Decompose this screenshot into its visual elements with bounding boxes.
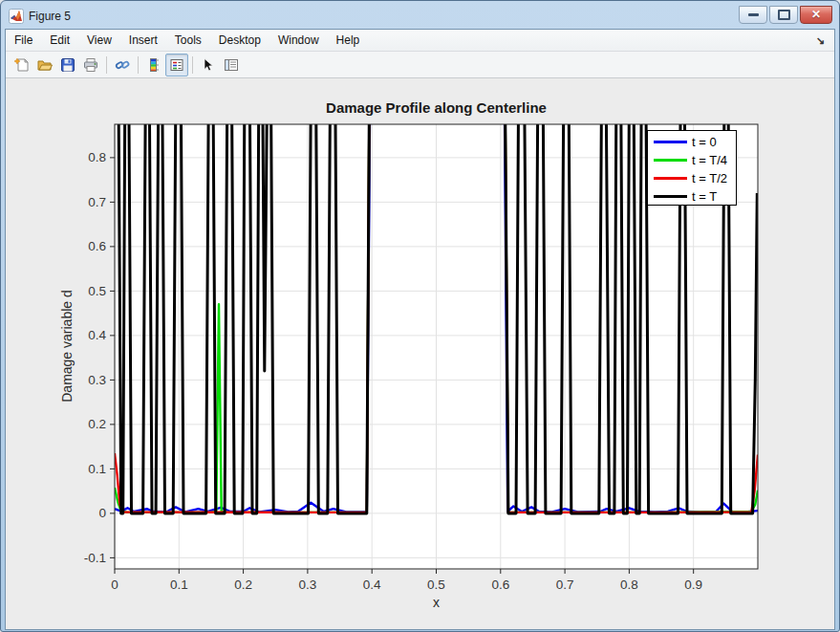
- printer-icon: [83, 57, 98, 73]
- figure-window: Figure 5 ✕ File Edit View Insert Tools D…: [0, 0, 840, 632]
- new-document-icon: [14, 57, 30, 73]
- save-floppy-icon: [60, 57, 75, 73]
- menu-item-file[interactable]: File: [6, 31, 41, 50]
- colorbar-icon: [146, 57, 162, 73]
- legend-label: t = 0: [692, 135, 717, 149]
- menu-item-tools[interactable]: Tools: [166, 31, 210, 50]
- restore-icon: [778, 10, 790, 20]
- figure-canvas: Damage Profile along Centerline Damage v…: [6, 78, 835, 630]
- menubar: File Edit View Insert Tools Desktop Wind…: [6, 30, 834, 52]
- new-figure-button[interactable]: [11, 54, 33, 76]
- x-tick-label: 0.2: [234, 578, 252, 592]
- menu-item-view[interactable]: View: [78, 31, 120, 50]
- menu-item-window[interactable]: Window: [269, 31, 328, 50]
- link-plot-button[interactable]: [111, 54, 134, 76]
- window-title: Figure 5: [29, 10, 739, 23]
- legend-label: t = T/4: [692, 153, 727, 167]
- open-folder-icon: [37, 57, 53, 73]
- close-button[interactable]: ✕: [800, 6, 832, 24]
- legend-line-sample: [654, 177, 687, 180]
- property-inspector-button[interactable]: [220, 54, 243, 76]
- y-tick-label: 0.1: [88, 462, 106, 476]
- property-inspector-icon: [224, 57, 239, 73]
- y-tick-label: 0.4: [88, 328, 106, 342]
- toolbar-separator: [138, 56, 139, 74]
- insert-colorbar-button[interactable]: [142, 54, 165, 76]
- legend[interactable]: t = 0t = T/4t = T/2t = T: [647, 130, 737, 206]
- legend-line-sample: [654, 141, 687, 143]
- legend-label: t = T: [692, 189, 717, 204]
- dock-arrow-icon[interactable]: ↘: [816, 34, 825, 47]
- titlebar[interactable]: Figure 5 ✕: [5, 4, 835, 29]
- edit-plot-button[interactable]: [197, 54, 220, 76]
- x-tick-label: 0: [111, 578, 118, 592]
- pointer-arrow-icon: [201, 57, 216, 73]
- x-tick-label: 0.4: [363, 578, 381, 592]
- x-tick-label: 0.1: [170, 578, 188, 592]
- y-tick-label: 0: [98, 506, 106, 520]
- legend-row: t = T: [654, 187, 736, 206]
- restore-button[interactable]: [769, 6, 798, 24]
- x-tick-label: 0.7: [556, 578, 574, 592]
- link-chain-icon: [115, 57, 130, 73]
- y-tick-label: 0.7: [88, 195, 106, 209]
- legend-icon: [169, 57, 184, 73]
- y-tick-label: 0.6: [88, 239, 106, 253]
- legend-row: t = T/2: [654, 169, 736, 187]
- open-file-button[interactable]: [33, 54, 56, 76]
- menu-item-edit[interactable]: Edit: [41, 31, 78, 50]
- y-tick-label: 0.8: [88, 150, 106, 164]
- toolbar: [6, 52, 834, 78]
- y-tick-label: 0.5: [88, 284, 106, 298]
- x-tick-label: 0.9: [684, 578, 702, 592]
- matlab-logo-icon: [9, 9, 24, 24]
- legend-label: t = T/2: [692, 171, 727, 185]
- legend-line-sample: [654, 195, 687, 198]
- close-icon: ✕: [811, 8, 821, 21]
- menu-item-desktop[interactable]: Desktop: [210, 31, 269, 50]
- x-tick-label: 0.6: [491, 578, 509, 592]
- y-tick-label: 0.2: [88, 417, 106, 431]
- x-tick-label: 0.5: [427, 578, 445, 592]
- legend-row: t = T/4: [654, 151, 736, 169]
- x-tick-label: 0.3: [299, 578, 317, 592]
- menu-item-help[interactable]: Help: [328, 31, 369, 50]
- save-figure-button[interactable]: [56, 54, 79, 76]
- legend-row: t = 0: [654, 133, 736, 151]
- minimize-icon: [748, 13, 759, 16]
- toolbar-separator: [192, 56, 193, 74]
- toolbar-separator: [106, 56, 107, 74]
- x-tick-label: 0.8: [620, 578, 638, 592]
- insert-legend-button[interactable]: [165, 54, 188, 76]
- y-tick-label: 0.3: [88, 373, 106, 387]
- y-tick-label: -0.1: [84, 551, 106, 565]
- minimize-button[interactable]: [739, 6, 767, 24]
- legend-line-sample: [654, 159, 687, 162]
- menu-item-insert[interactable]: Insert: [120, 31, 166, 50]
- print-figure-button[interactable]: [79, 54, 102, 76]
